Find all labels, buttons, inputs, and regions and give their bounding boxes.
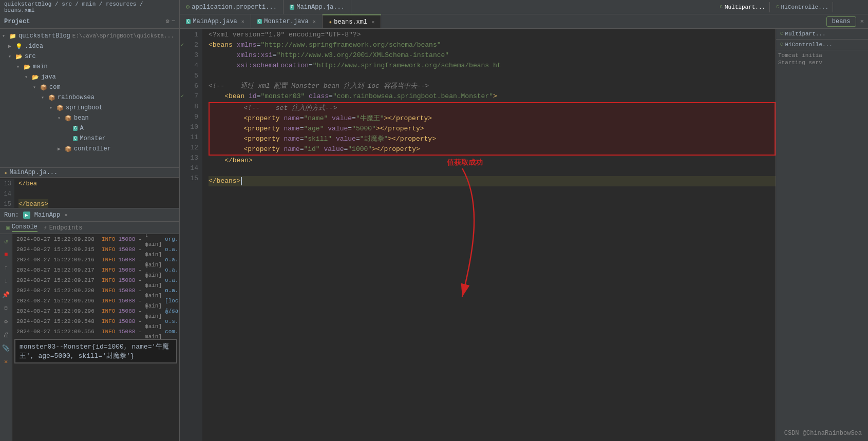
properties-icon: ⚙ [186, 3, 190, 11]
mini-editor: ✦ MainApp.ja... 13 14 15 </bea </beans> [0, 167, 179, 208]
hicontroller-icon: C [776, 5, 779, 10]
tree-item-com[interactable]: ▾ 📦 com [0, 82, 179, 92]
tree-item-rainbowsea[interactable]: ▾ 📦 rainbowsea [0, 92, 179, 103]
close-run-icon[interactable]: ✕ [64, 212, 68, 218]
settings-icon[interactable]: ⚙ [166, 17, 169, 25]
java-icon-tab1: C [290, 5, 294, 10]
print-icon[interactable]: 🖨 [1, 330, 11, 340]
code-line-6: <!-- 通过 xml 配置 Monster bean 注入到 ioc 容器当中… [209, 81, 776, 91]
project-panel-header: Project ⚙ − [0, 14, 179, 29]
scroll-up-icon[interactable]: ↑ [1, 263, 11, 273]
close-editor-icon[interactable]: ✕ [860, 17, 864, 25]
log-line-10: 2024-08-27 15:22:09.556 INFO 15088 --- [… [12, 327, 179, 337]
mini-xml-icon: ✦ [4, 169, 8, 176]
tree-item-java[interactable]: ▾ 📂 java [0, 72, 179, 82]
code-line-15: </beans> [209, 176, 776, 186]
tab-hicontroller[interactable]: C HiControlle... [772, 2, 833, 12]
settings2-icon[interactable]: ⚙ [1, 316, 11, 327]
code-line-5 [209, 71, 776, 81]
tree-item-controller[interactable]: ▶ 📦 controller [0, 144, 179, 154]
code-line-14 [209, 166, 776, 176]
project-title: Project [4, 18, 30, 25]
code-line-9: <property name = "name" value = "牛魔王" ><… [212, 113, 772, 124]
tree-item-monster[interactable]: ▶ C Monster [0, 133, 179, 144]
clear-icon[interactable]: ✕ [1, 356, 11, 367]
editor-tab-bar: C MainApp.java ✕ C Monster.java ✕ ✦ bean… [180, 14, 868, 29]
monster-java-icon: C [257, 19, 262, 24]
console-log: 2024-08-27 15:22:09.208 INFO 15088 --- [… [12, 234, 179, 441]
breadcrumb-text: quickstartBlog / src / main / resources … [4, 1, 175, 13]
console-tabs: ▣ Console ⚡ Endpoints [0, 222, 179, 234]
run-bar: Run: ▶ MainApp ✕ [0, 208, 179, 222]
code-line-4: xsi:schemaLocation = "http://www.springf… [209, 61, 776, 71]
tree-item-A[interactable]: ▶ C A [0, 123, 179, 133]
multipart-icon: C [720, 5, 723, 10]
tab-endpoints[interactable]: Endpoints [49, 224, 83, 232]
right-log-1: Tomcat initia [778, 52, 866, 59]
endpoints-icon: ⚡ [44, 224, 47, 231]
tab-multipart[interactable]: C Multipart... [716, 2, 770, 12]
code-line-1: <?xml version="1.0" encoding="UTF-8"?> [209, 30, 776, 40]
tab-beans-xml[interactable]: ✦ beans.xml ✕ [323, 14, 381, 28]
output-box: monster03--Monster{id=1000, name='牛魔王', … [14, 339, 177, 363]
tab-monster-java[interactable]: C Monster.java ✕ [251, 14, 323, 28]
scroll-down-icon[interactable]: ↓ [1, 276, 11, 286]
console-area: ↺ ■ ↑ ↓ 📌 ⊟ ⚙ 🖨 📎 ✕ 2024-08-27 15:22:09.… [0, 234, 179, 441]
code-line-10: <property name = "age" value = "5000" ><… [212, 124, 772, 134]
tree-item-bean[interactable]: ▾ 📦 bean [0, 113, 179, 123]
code-line-2: <beans xmlns = "http://www.springframewo… [209, 40, 776, 50]
filter-icon[interactable]: ⊟ [1, 303, 11, 313]
minus-icon[interactable]: − [172, 17, 175, 25]
tree-item-main[interactable]: ▾ 📂 main [0, 62, 179, 72]
top-tab-bar: quickstartBlog / src / main / resources … [0, 0, 868, 14]
code-line-11: <property name = "skill" value = "封魔拳" >… [212, 134, 772, 144]
pin2-icon[interactable]: 📎 [1, 343, 11, 353]
close-mainapp-icon[interactable]: ✕ [241, 18, 244, 25]
stop-icon[interactable]: ■ [1, 250, 11, 260]
tab-mainapp-java[interactable]: C MainApp.java ✕ [180, 14, 251, 28]
hi-icon: C [780, 42, 783, 47]
beans-badge: beans [826, 16, 856, 27]
code-line-12: <property name = "id" value = "1000" ></… [212, 144, 772, 155]
project-panel-icons: ⚙ − [166, 17, 175, 25]
code-line-13: </bean> [209, 156, 776, 166]
mini-editor-tab-label: MainApp.ja... [10, 169, 58, 176]
highlight-box: <!-- set 注入的方式--> <property name = "name… [209, 102, 776, 156]
code-content: <?xml version="1.0" encoding="UTF-8"?> <… [202, 29, 776, 441]
project-tree: ▾ 📁 quickstartBlog E:\Java\SpringBoot\qu… [0, 29, 179, 167]
code-editor: 1 ✓2 3 4 5 6 ✓7 8 9 10 11 12 13 [180, 29, 868, 441]
run-app-icon: ▶ [23, 212, 30, 219]
beans-xml-icon: ✦ [329, 18, 332, 25]
tree-item-springboot[interactable]: ▾ 📦 springboot [0, 103, 179, 113]
close-beans-icon[interactable]: ✕ [371, 19, 374, 25]
tree-item-src[interactable]: ▾ 📂 src [0, 51, 179, 62]
code-line-7: <bean id = "monster03" class = "com.rain… [209, 91, 776, 102]
tab-mainapp[interactable]: C MainApp.ja... [284, 0, 351, 14]
right-panel-content: Tomcat initia Starting serv [776, 50, 868, 68]
tree-item-idea[interactable]: ▶ 💡 .idea [0, 41, 179, 51]
restart-icon[interactable]: ↺ [1, 236, 11, 246]
pin-icon[interactable]: 📌 [1, 290, 11, 300]
right-log-2: Starting serv [778, 60, 866, 66]
tab-console[interactable]: Console [12, 223, 37, 232]
right-panel-tab-hi[interactable]: C HiControlle... [776, 40, 868, 50]
close-monster-icon[interactable]: ✕ [313, 18, 316, 25]
mainapp-java-icon: C [186, 19, 191, 24]
console-icon: ▣ [6, 224, 10, 231]
right-panel-tab-multipart[interactable]: C Multipart... [776, 29, 868, 40]
breadcrumb: quickstartBlog / src / main / resources … [0, 0, 180, 14]
tree-item-root[interactable]: ▾ 📁 quickstartBlog E:\Java\SpringBoot\qu… [0, 31, 179, 41]
code-line-8: <!-- set 注入的方式--> [212, 103, 772, 113]
line-numbers: 1 ✓2 3 4 5 6 ✓7 8 9 10 11 12 13 [180, 29, 202, 441]
run-app-name: MainApp [34, 212, 60, 219]
tab-application-properties[interactable]: ⚙ application.properti... [180, 0, 284, 14]
right-side-panel: C Multipart... C HiControlle... Tomcat i… [776, 29, 868, 441]
code-line-3: xmlns:xsi = "http://www.w3.org/2001/XMLS… [209, 50, 776, 61]
multipart2-icon: C [780, 31, 783, 36]
run-label: Run: [4, 212, 19, 219]
output-text: monster03--Monster{id=1000, name='牛魔王', … [20, 343, 169, 360]
